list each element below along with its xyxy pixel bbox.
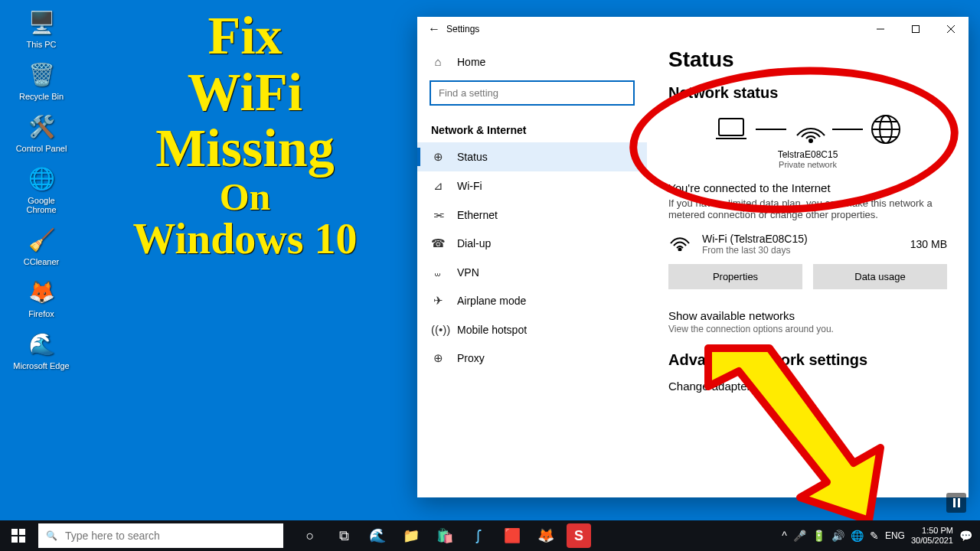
data-usage-value: 130 MB [910, 238, 947, 250]
desktop-icon-label: Recycle Bin [12, 92, 70, 101]
desktop-icon-google-chrome[interactable]: 🌐Google Chrome [12, 162, 70, 214]
office-icon[interactable]: 🟥 [496, 520, 528, 551]
sidebar-item-label: Proxy [457, 352, 485, 364]
desktop-icon-label: Google Chrome [12, 196, 70, 214]
app-icon: 🌐 [25, 162, 57, 194]
taskbar: 🔍 ○ ⧉ 🌊 📁 🛍️ ʃ 🟥 🦊 S ^ 🎤 🔋 🔊 🌐 ✎ ENG 1:5… [0, 520, 980, 551]
window-title: Settings [446, 24, 479, 34]
svg-point-2 [809, 139, 812, 142]
sidebar-item-label: Dial-up [457, 237, 491, 249]
windows-icon [11, 529, 25, 543]
titlebar: ← Settings [417, 17, 969, 41]
tray-mic-icon[interactable]: 🎤 [793, 530, 806, 542]
svg-rect-0 [913, 26, 920, 33]
system-tray: ^ 🎤 🔋 🔊 🌐 ✎ ENG 1:50 PM 30/05/2021 💬 [782, 526, 980, 546]
desktop-icon-label: Microsoft Edge [12, 361, 70, 370]
snagit-icon[interactable]: S [567, 523, 591, 548]
tray-battery-icon[interactable]: 🔋 [812, 530, 825, 542]
desktop-icon-label: Control Panel [12, 144, 70, 153]
sidebar-item-label: Status [457, 151, 488, 163]
sidebar-item-label: Wi-Fi [457, 180, 482, 192]
connection-status: You're connected to the Internet [668, 181, 947, 194]
sidebar-item-label: VPN [457, 266, 479, 279]
maximize-button[interactable] [898, 17, 933, 41]
tray-pen-icon[interactable]: ✎ [870, 530, 879, 542]
start-button[interactable] [0, 520, 37, 551]
connector-line-icon [831, 126, 864, 132]
tray-network-icon[interactable]: 🌐 [851, 530, 864, 542]
adapter-name: Wi-Fi (TelstraE08C15) [702, 233, 900, 245]
sidebar-item-mobile-hotspot[interactable]: ((•))Mobile hotspot [417, 315, 647, 344]
sidebar-item-vpn[interactable]: ⩊VPN [417, 258, 647, 286]
app-icon: 🧹 [25, 223, 57, 256]
page-title: Status [668, 47, 947, 72]
network-diagram [668, 112, 947, 146]
desktop-icon-firefox[interactable]: 🦊Firefox [12, 276, 70, 318]
app-icon[interactable]: ʃ [462, 520, 495, 551]
app-icon: 🗑️ [25, 58, 57, 90]
close-button[interactable] [933, 17, 969, 41]
sidebar-item-dial-up[interactable]: ☎Dial-up [417, 229, 647, 258]
globe-icon [869, 112, 903, 146]
app-icon: 🦊 [25, 276, 57, 308]
sidebar-item-status[interactable]: ⊕Status [417, 142, 647, 171]
search-icon: 🔍 [46, 530, 57, 541]
search-input[interactable] [430, 80, 635, 106]
tray-language[interactable]: ENG [885, 530, 905, 541]
sidebar-item-wi-fi[interactable]: ⊿Wi-Fi [417, 171, 647, 201]
desktop-icon-microsoft-edge[interactable]: 🌊Microsoft Edge [12, 328, 70, 370]
desktop-icon-this-pc[interactable]: 🖥️This PC [12, 6, 70, 49]
app-icon: 🌊 [25, 328, 57, 360]
tray-chevron-icon[interactable]: ^ [782, 530, 787, 542]
pause-indicator [946, 493, 966, 513]
desktop-icon-label: CCleaner [12, 257, 70, 266]
desktop-icons: 🖥️This PC🗑️Recycle Bin🛠️Control Panel🌐Go… [12, 6, 70, 370]
desktop-icon-ccleaner[interactable]: 🧹CCleaner [12, 223, 70, 266]
desktop-icon-recycle-bin[interactable]: 🗑️Recycle Bin [12, 58, 70, 101]
connector-line-icon [754, 126, 788, 132]
properties-button[interactable]: Properties [668, 264, 802, 289]
firefox-icon[interactable]: 🦊 [530, 520, 562, 551]
notifications-icon[interactable]: 💬 [959, 530, 972, 542]
sidebar-icon: ((•)) [431, 323, 445, 336]
show-networks-sub: View the connection options around you. [668, 324, 947, 334]
adapter-sub: From the last 30 days [702, 245, 900, 256]
tray-volume-icon[interactable]: 🔊 [831, 530, 844, 542]
explorer-icon[interactable]: 📁 [395, 520, 427, 551]
sidebar-icon: ⊕ [431, 351, 445, 365]
store-icon[interactable]: 🛍️ [429, 520, 461, 551]
laptop-icon [713, 116, 750, 143]
sidebar-item-ethernet[interactable]: ⫘Ethernet [417, 201, 647, 229]
svg-rect-8 [19, 529, 25, 535]
minimize-button[interactable] [863, 17, 898, 41]
svg-rect-9 [11, 536, 18, 543]
sidebar-icon: ⫘ [431, 208, 445, 221]
settings-sidebar: ⌂ Home Network & Internet ⊕Status⊿Wi-Fi⫘… [417, 41, 647, 497]
sidebar-icon: ☎ [431, 236, 445, 250]
sidebar-item-label: Ethernet [457, 209, 498, 221]
wifi-icon [792, 114, 826, 145]
show-networks-link[interactable]: Show available networks [668, 309, 947, 322]
wifi-icon [668, 231, 691, 256]
taskbar-pinned: ○ ⧉ 🌊 📁 🛍️ ʃ 🟥 🦊 S [294, 520, 594, 551]
section-advanced: Advanced network settings [668, 351, 947, 369]
svg-rect-7 [11, 529, 18, 535]
sidebar-item-proxy[interactable]: ⊕Proxy [417, 344, 647, 373]
network-ssid-label: TelstraE08C15 Private network [668, 149, 947, 169]
sidebar-item-airplane-mode[interactable]: ✈Airplane mode [417, 286, 647, 315]
sidebar-item-label: Mobile hotspot [457, 324, 527, 336]
connection-description: If you have a limited data plan, you can… [668, 197, 947, 220]
edge-icon[interactable]: 🌊 [361, 520, 394, 551]
back-button[interactable]: ← [428, 22, 446, 36]
sidebar-home[interactable]: ⌂ Home [417, 47, 647, 76]
change-adapter-link[interactable]: Change adapter options [668, 380, 947, 393]
svg-rect-1 [719, 119, 743, 135]
data-usage-button[interactable]: Data usage [813, 264, 947, 289]
taskbar-search-input[interactable] [65, 530, 276, 542]
taskbar-search[interactable]: 🔍 [38, 523, 283, 548]
taskview-icon[interactable]: ⧉ [328, 520, 360, 551]
desktop-icon-control-panel[interactable]: 🛠️Control Panel [12, 110, 70, 153]
cortana-icon[interactable]: ○ [294, 520, 326, 551]
taskbar-clock[interactable]: 1:50 PM 30/05/2021 [911, 526, 953, 546]
sidebar-icon: ⊕ [431, 150, 445, 164]
